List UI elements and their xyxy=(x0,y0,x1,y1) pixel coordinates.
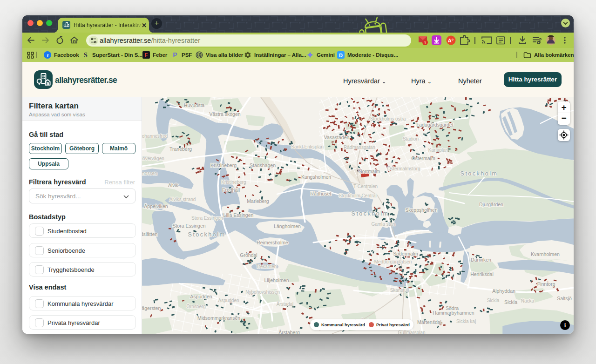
svg-text:Sickla: Sickla xyxy=(504,299,517,305)
svg-text:Skeppsholmen: Skeppsholmen xyxy=(405,207,438,213)
svg-text:S: S xyxy=(84,52,88,59)
svg-text:Västra skogen: Västra skogen xyxy=(209,111,240,117)
svg-text:Kungsholmen: Kungsholmen xyxy=(301,174,331,180)
svg-text:Kristineberg: Kristineberg xyxy=(221,180,246,185)
svg-text:Karlaplan: Karlaplan xyxy=(428,148,448,153)
svg-text:F: F xyxy=(145,53,148,58)
svg-text:Nacka: Nacka xyxy=(521,298,535,303)
svg-text:A°: A° xyxy=(448,38,454,43)
svg-text:Stora Essingen: Stora Essingen xyxy=(172,223,205,229)
svg-text:Sickla: Sickla xyxy=(487,298,500,303)
svg-text:dslätten: dslätten xyxy=(142,231,158,237)
svg-text:Danviken: Danviken xyxy=(471,257,491,263)
svg-text:Henriksdal: Henriksdal xyxy=(470,271,494,277)
svg-text:Aspudden: Aspudden xyxy=(190,294,212,299)
svg-text:Huvudsta: Huvudsta xyxy=(184,102,205,108)
svg-text:Skanstull: Skanstull xyxy=(390,288,409,293)
svg-text:Alvik: Alvik xyxy=(168,182,179,188)
svg-text:Stockholm: Stockholm xyxy=(461,170,498,177)
svg-text:Traneberg: Traneberg xyxy=(169,146,192,152)
svg-text:Södermalm: Södermalm xyxy=(393,251,418,256)
svg-text:Alphyddan: Alphyddan xyxy=(492,288,515,294)
svg-text:T-Centralen: T-Centralen xyxy=(353,184,378,189)
svg-text:Sankt Eriksplan: Sankt Eriksplan xyxy=(291,144,323,149)
svg-text:Stockholm: Stockholm xyxy=(188,231,226,238)
svg-text:Ladugårdsgärdet: Ladugårdsgärdet xyxy=(416,122,453,128)
svg-text:1: 1 xyxy=(424,40,426,45)
svg-text:Hägersten: Hägersten xyxy=(142,305,161,311)
svg-text:Marieberg: Marieberg xyxy=(247,198,269,204)
svg-text:Mårtensdal: Mårtensdal xyxy=(417,319,441,325)
svg-text:Östermalmstorg: Östermalmstorg xyxy=(387,166,420,171)
svg-text:Stadshagen: Stadshagen xyxy=(250,162,276,168)
svg-text:mossen: mossen xyxy=(142,171,157,176)
svg-text:Aspudden: Aspudden xyxy=(218,298,239,303)
svg-text:Gamla stan: Gamla stan xyxy=(371,222,395,227)
svg-text:Lilla Essingen: Lilla Essingen xyxy=(224,212,254,218)
svg-text:Medborgarplatsen: Medborgarplatsen xyxy=(374,259,412,264)
svg-text:Långholmen: Långholmen xyxy=(274,223,301,229)
svg-text:Stora Essingen: Stora Essingen xyxy=(191,216,223,221)
svg-text:Johannesfred: Johannesfred xyxy=(142,134,168,139)
svg-text:Trekanten: Trekanten xyxy=(256,264,277,269)
svg-text:Reimersholme: Reimersholme xyxy=(257,240,288,245)
svg-text:Stadion: Stadion xyxy=(403,136,419,142)
svg-text:Rådhuset: Rådhuset xyxy=(311,191,332,196)
svg-text:Årstadal: Årstadal xyxy=(277,301,294,307)
svg-text:Östermalm: Östermalm xyxy=(411,155,435,161)
svg-text:Sickla kaj: Sickla kaj xyxy=(456,319,476,324)
svg-text:Hammarbyhamnen: Hammarbyhamnen xyxy=(433,310,474,316)
svg-text:Rådmansgatan: Rådmansgatan xyxy=(344,145,375,150)
svg-text:Klövervägen: Klövervägen xyxy=(142,156,164,161)
svg-text:Stockholm Central: Stockholm Central xyxy=(339,193,377,198)
svg-text:Stockholm: Stockholm xyxy=(352,210,389,217)
svg-text:Liljeholmen: Liljeholmen xyxy=(264,277,289,283)
svg-text:Norrmalm: Norrmalm xyxy=(359,169,380,174)
svg-text:Djurgården: Djurgården xyxy=(479,202,503,207)
svg-text:f: f xyxy=(47,53,49,58)
svg-text:Kvarnholmen: Kvarnholmen xyxy=(531,251,560,257)
svg-text:Vasastaden: Vasastaden xyxy=(324,135,350,140)
svg-text:Nybohovshissen: Nybohovshissen xyxy=(245,290,279,295)
svg-text:Saltsjö: Saltsjö xyxy=(557,296,572,301)
svg-text:Finntorp: Finntorp xyxy=(537,281,555,287)
svg-text:Stockholms östra: Stockholms östra xyxy=(370,116,406,121)
svg-text:Äppelviken: Äppelviken xyxy=(144,203,168,209)
svg-text:Årstaberg: Årstaberg xyxy=(278,330,300,334)
svg-text:P: P xyxy=(173,51,177,59)
svg-text:Gröndal: Gröndal xyxy=(240,252,257,258)
svg-text:Alviks strand: Alviks strand xyxy=(169,197,196,202)
svg-text:Fredhäll: Fredhäll xyxy=(222,187,240,193)
svg-text:Örnsberg: Örnsberg xyxy=(186,304,206,309)
svg-text:Midsommarkransen: Midsommarkransen xyxy=(197,315,240,321)
svg-text:Kristineberg: Kristineberg xyxy=(210,162,237,168)
svg-text:Gullmarsplan: Gullmarsplan xyxy=(398,330,426,334)
svg-text:D: D xyxy=(339,53,343,58)
